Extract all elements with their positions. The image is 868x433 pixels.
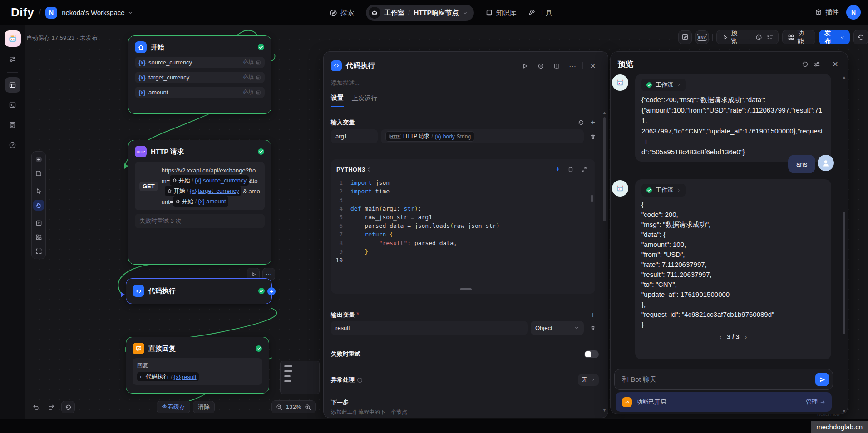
workspace-badge[interactable]: N: [45, 7, 57, 19]
close-panel-button[interactable]: ✕: [587, 60, 599, 72]
restart-conversation-button[interactable]: [799, 58, 811, 70]
arg-name-field[interactable]: arg1: [331, 129, 378, 143]
code-line[interactable]: 3: [331, 196, 595, 204]
user-avatar[interactable]: N: [846, 5, 861, 20]
add-output-button[interactable]: +: [587, 309, 599, 321]
code-line[interactable]: 7 return {: [331, 230, 595, 239]
import-dsl-button[interactable]: [33, 217, 44, 228]
code-line[interactable]: 10: [331, 256, 595, 265]
add-var-button[interactable]: +: [587, 117, 599, 128]
close-preview-button[interactable]: ✕: [829, 58, 841, 70]
change-history-button[interactable]: [61, 401, 75, 413]
sidebar-item-logs[interactable]: [5, 117, 20, 133]
publish-button[interactable]: 发布: [819, 30, 850, 44]
nav-tools[interactable]: 工具: [528, 9, 552, 17]
start-var-row[interactable]: {x} source_currency 必填: [135, 57, 265, 68]
delete-var-button[interactable]: [587, 131, 599, 143]
http-url-box[interactable]: GET https://v2.xxapi.cn/api/exchange?fro…: [135, 162, 265, 210]
node-code[interactable]: 代码执行 +: [126, 278, 272, 304]
sidebar-item-api[interactable]: [5, 97, 20, 113]
docs-button[interactable]: [551, 60, 562, 72]
code-line[interactable]: 6 parsed_data = json.loads(raw_json_str): [331, 221, 595, 230]
nav-studio[interactable]: 工作室: [384, 9, 404, 17]
ai-generate-button[interactable]: [552, 163, 563, 175]
code-line[interactable]: 4def main(arg1: str):: [331, 204, 595, 213]
version-history-button[interactable]: [853, 30, 868, 44]
start-var-row[interactable]: {x} target_currency 必填: [135, 72, 265, 83]
scroll-up-arrow[interactable]: ▲: [842, 75, 846, 79]
preview-scrollbar[interactable]: ▲ ▼: [842, 75, 846, 413]
chat-input[interactable]: 和 Bot 聊天: [614, 369, 833, 390]
hand-mode-button[interactable]: [33, 200, 44, 211]
clear-cache-button[interactable]: 清除: [193, 401, 215, 413]
features-button[interactable]: 功能: [782, 30, 815, 44]
zoom-in-icon[interactable]: [305, 404, 311, 410]
refresh-vars-button[interactable]: [575, 117, 587, 128]
expand-code-button[interactable]: [578, 163, 590, 175]
nav-studio-pill[interactable]: 工作室 / HTTP响应节点: [366, 5, 474, 21]
add-note-button[interactable]: [33, 168, 44, 179]
code-line[interactable]: 1import json: [331, 178, 595, 187]
focus-node-button[interactable]: [535, 60, 547, 72]
code-lines[interactable]: 1import json2import time3 4def main(arg1…: [331, 177, 595, 265]
current-app-icon[interactable]: [5, 30, 21, 47]
tab-settings[interactable]: 设置: [331, 94, 344, 107]
redo-button[interactable]: [46, 402, 57, 413]
arg-value-field[interactable]: HTTP HTTP 请求 / (x) body String: [381, 129, 584, 143]
env-variables-button[interactable]: ENV: [695, 30, 709, 44]
more-options-button[interactable]: ⋯: [567, 60, 578, 72]
node-start[interactable]: 开始 {x} source_currency 必填 {x} target_cur…: [128, 35, 271, 114]
description-placeholder[interactable]: 添加描述...: [331, 79, 599, 87]
node-direct-reply[interactable]: 直接回复 回复 代码执行/{x}result: [126, 337, 269, 394]
error-handling-select[interactable]: 无: [578, 374, 599, 386]
fit-view-button[interactable]: [33, 246, 44, 256]
scroll-down-arrow[interactable]: ▼: [842, 409, 846, 413]
workspace-name[interactable]: nekoda's Workspace: [62, 9, 125, 16]
code-line[interactable]: 5 raw_json_str = arg1: [331, 213, 595, 221]
nav-explore[interactable]: 探索: [330, 9, 354, 17]
annotation-button[interactable]: [678, 30, 692, 44]
run-history-button[interactable]: [753, 31, 764, 43]
variable-inspect-button[interactable]: [764, 31, 776, 43]
panel-scrollbar[interactable]: ▲ ▼: [602, 111, 606, 413]
code-line[interactable]: 2import time: [331, 187, 595, 196]
manage-features-link[interactable]: 管理: [806, 398, 825, 406]
workflow-result-badge[interactable]: 工作流: [641, 79, 686, 91]
tab-last-run[interactable]: 上次运行: [352, 94, 377, 106]
sidebar-item-monitoring[interactable]: [5, 137, 20, 153]
code-editor[interactable]: PYTHON3 1import json2import time3 4def m…: [331, 159, 595, 294]
zoom-out-icon[interactable]: [276, 404, 282, 410]
add-node-button[interactable]: [33, 154, 44, 165]
run-this-step-button[interactable]: [519, 60, 531, 72]
panel-title[interactable]: 代码执行: [346, 61, 515, 71]
code-line[interactable]: 8 "result": parsed_data,: [331, 239, 595, 247]
scrollbar-thumb[interactable]: [603, 117, 606, 221]
add-next-node-button[interactable]: +: [267, 287, 276, 295]
code-scrollbar-thumb[interactable]: [591, 195, 593, 202]
nav-plugins[interactable]: 插件: [815, 8, 839, 17]
sidebar-orchestrate-settings[interactable]: [5, 51, 20, 67]
resize-handle[interactable]: [460, 288, 472, 290]
workflow-result-badge[interactable]: 工作流: [641, 184, 686, 197]
send-button[interactable]: [815, 373, 829, 386]
scroll-down-arrow[interactable]: ▼: [602, 408, 606, 413]
output-name-field[interactable]: result: [331, 321, 528, 335]
prev-page-button[interactable]: ‹: [720, 333, 722, 340]
start-var-row[interactable]: {x} amount 必填: [135, 87, 265, 98]
code-language[interactable]: PYTHON3: [336, 166, 365, 173]
conversation-settings-button[interactable]: [811, 58, 823, 70]
sidebar-item-orchestrate[interactable]: [5, 77, 20, 93]
next-page-button[interactable]: ›: [745, 333, 747, 340]
code-line[interactable]: 9 }: [331, 247, 595, 256]
canvas-minimap[interactable]: [280, 361, 320, 394]
view-cache-button[interactable]: 查看缓存: [157, 401, 190, 413]
scrollbar-thumb[interactable]: [843, 212, 845, 334]
pointer-mode-button[interactable]: [33, 186, 44, 197]
delete-output-button[interactable]: [587, 322, 599, 334]
preview-run-button[interactable]: 预览: [719, 29, 747, 45]
retry-toggle[interactable]: [584, 350, 599, 358]
nav-knowledge[interactable]: 知识库: [486, 9, 517, 17]
copy-code-button[interactable]: [565, 163, 577, 175]
current-app-name[interactable]: HTTP响应节点: [414, 9, 459, 17]
undo-button[interactable]: [30, 402, 41, 413]
